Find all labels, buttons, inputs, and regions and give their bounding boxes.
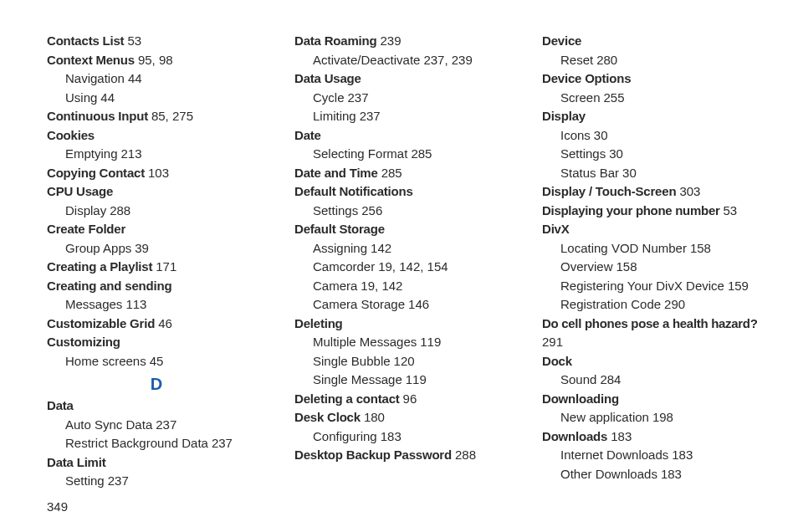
- txt: Assigning: [313, 241, 367, 255]
- hdr: Date: [294, 128, 321, 142]
- txt: Configuring: [313, 429, 377, 443]
- pg: 142: [371, 241, 391, 255]
- txt: Internet Downloads: [560, 448, 668, 462]
- pg: 288: [455, 448, 476, 462]
- sub-overview: Overview158: [542, 258, 761, 277]
- hdr: Copying Contact: [47, 166, 145, 180]
- txt: Overview: [560, 259, 613, 274]
- col-3: Device Reset280 Device Options Screen255…: [542, 32, 761, 516]
- pg: 280: [596, 53, 617, 67]
- entry-creating-playlist: Creating a Playlist171: [47, 258, 266, 277]
- sub-group-apps: Group Apps39: [47, 239, 266, 258]
- txt: Auto Sync Data: [65, 417, 152, 432]
- hdr: Downloads: [542, 429, 607, 443]
- section-letter-d: D: [47, 371, 266, 396]
- pg: 30: [594, 128, 608, 142]
- sub-messages: Messages113: [47, 295, 266, 315]
- txt: Settings: [313, 203, 358, 217]
- entry-divx: DivX: [542, 220, 761, 239]
- txt: Home screens: [65, 354, 146, 368]
- sub-display: Display288: [47, 202, 266, 221]
- pg: 159: [728, 279, 749, 293]
- hdr: Display: [542, 109, 586, 123]
- entry-deleting-contact: Deleting a contact96: [294, 390, 514, 409]
- sub-reg-code: Registration Code290: [542, 295, 761, 315]
- hdr: Context Menus: [47, 53, 135, 67]
- entry-device-options: Device Options: [542, 69, 761, 89]
- hdr: Date and Time: [294, 166, 378, 180]
- page-number: 349: [47, 498, 266, 517]
- pg: 30: [609, 146, 623, 161]
- pg: 96: [403, 391, 417, 406]
- txt: Setting: [65, 473, 105, 488]
- txt: Reset: [560, 53, 593, 67]
- sub-sound: Sound284: [542, 371, 761, 390]
- hdr: Cookies: [47, 128, 95, 142]
- txt: Registering Your DivX Device: [560, 279, 724, 293]
- txt: Other Downloads: [560, 467, 657, 481]
- pg: 30: [622, 166, 637, 180]
- pg: 171: [156, 259, 176, 274]
- entry-data-roaming: Data Roaming239: [294, 32, 514, 51]
- txt: Camera: [313, 279, 357, 293]
- pg: 53: [723, 203, 737, 217]
- entry-desk-clock: Desk Clock180: [294, 408, 514, 427]
- hdr: Deleting: [294, 316, 343, 330]
- sub-using: Using44: [47, 89, 266, 108]
- sub-status-bar: Status Bar30: [542, 164, 761, 183]
- pg: 158: [690, 241, 711, 255]
- pg: 183: [381, 429, 402, 443]
- hdr: Deleting a contact: [294, 391, 400, 406]
- sub-multi-msgs: Multiple Messages119: [294, 333, 514, 352]
- hdr: Create Folder: [47, 222, 125, 236]
- entry-contacts-list: Contacts List53: [47, 32, 266, 51]
- sub-camera-storage: Camera Storage146: [294, 295, 514, 315]
- hdr: Desktop Backup Password: [294, 448, 452, 462]
- pg: 285: [411, 146, 432, 161]
- col-2: Data Roaming239 Activate/Deactivate237, …: [294, 32, 514, 516]
- entry-cookies: Cookies: [47, 126, 266, 146]
- sub-reset: Reset280: [542, 51, 761, 70]
- sub-auto-sync: Auto Sync Data237: [47, 416, 266, 435]
- entry-context-menus: Context Menus95, 98: [47, 51, 266, 70]
- entry-data-limit: Data Limit: [47, 453, 266, 473]
- pg: 284: [600, 372, 621, 386]
- txt: Activate/Deactivate: [313, 53, 420, 67]
- entry-desktop-backup: Desktop Backup Password288: [294, 446, 514, 465]
- entry-display-touch: Display / Touch-Screen303: [542, 182, 761, 202]
- entry-displaying-phone: Displaying your phone number53: [542, 202, 761, 221]
- pg: 288: [110, 203, 130, 217]
- pg: 44: [100, 90, 115, 105]
- pg: 85, 275: [151, 109, 193, 123]
- txt: Single Bubble: [313, 354, 391, 368]
- sub-emptying: Emptying213: [47, 145, 266, 164]
- pg: 237: [212, 436, 233, 450]
- pg: 120: [394, 354, 415, 368]
- txt: Messages: [65, 297, 122, 311]
- pg: 19, 142: [361, 279, 402, 293]
- txt: Icons: [560, 128, 591, 142]
- txt: Limiting: [313, 109, 356, 123]
- sub-selecting-format: Selecting Format285: [294, 145, 514, 164]
- entry-continuous-input: Continuous Input85, 275: [47, 107, 266, 126]
- pg: 213: [121, 146, 142, 161]
- txt: New application: [560, 410, 649, 424]
- entry-health-hazard: Do cell phones pose a health hazard?: [542, 315, 761, 334]
- sub-new-app: New application198: [542, 408, 761, 427]
- sub-other-dl: Other Downloads183: [542, 465, 761, 484]
- entry-custom-grid: Customizable Grid46: [47, 315, 266, 334]
- pg: 183: [672, 448, 693, 462]
- sub-home-screens: Home screens45: [47, 352, 266, 371]
- entry-creating-sending: Creating and sending: [47, 277, 266, 296]
- pg: 19, 142, 154: [378, 259, 448, 274]
- pg: 103: [148, 166, 169, 180]
- hdr: Data Roaming: [294, 33, 376, 48]
- pg: 113: [125, 297, 146, 311]
- entry-cpu-usage: CPU Usage: [47, 182, 266, 202]
- txt: Camera Storage: [313, 297, 405, 311]
- col-1: Contacts List53 Context Menus95, 98 Navi…: [47, 32, 266, 516]
- pg: 237: [348, 90, 369, 105]
- pg: 183: [611, 429, 632, 443]
- sub-screen: Screen255: [542, 89, 761, 108]
- sub-configuring: Configuring183: [294, 427, 514, 447]
